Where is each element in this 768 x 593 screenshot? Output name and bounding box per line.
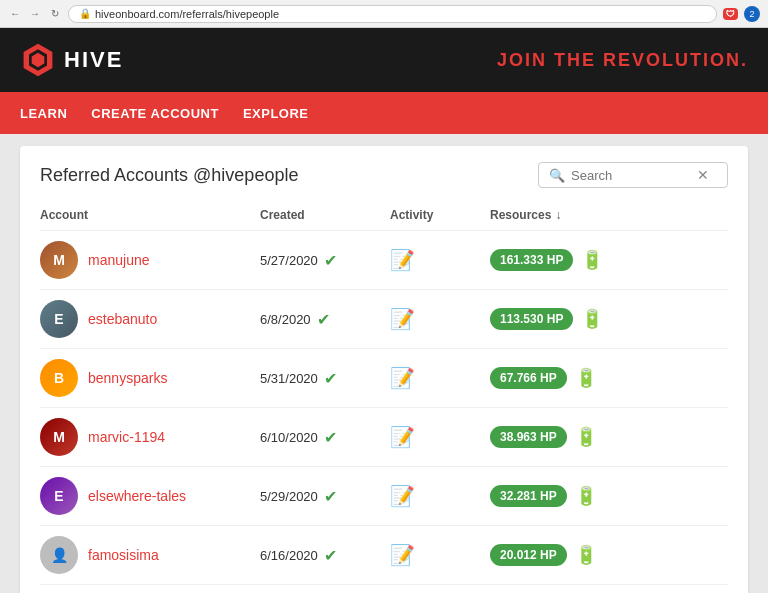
avatar: B xyxy=(40,359,78,397)
account-cell: M manujune xyxy=(40,241,260,279)
table-row: B bennysparks 5/31/2020 ✔ 📝 67.766 HP 🔋 xyxy=(40,349,728,408)
sort-icon: ↓ xyxy=(555,208,561,222)
resources-cell: 67.766 HP 🔋 xyxy=(490,367,728,389)
avatar: E xyxy=(40,300,78,338)
activity-cell: 📝 xyxy=(390,248,490,272)
notification-badge[interactable]: 2 xyxy=(744,6,760,22)
page-title: Referred Accounts @hivepeople xyxy=(40,165,298,186)
activity-cell: 📝 xyxy=(390,425,490,449)
created-cell: 6/16/2020 ✔ xyxy=(260,546,390,565)
page-header: Referred Accounts @hivepeople 🔍 ✕ xyxy=(40,162,728,188)
table-row: M marvic-1194 6/10/2020 ✔ 📝 38.963 HP 🔋 xyxy=(40,408,728,467)
created-date: 5/27/2020 xyxy=(260,253,318,268)
activity-cell: 📝 xyxy=(390,484,490,508)
account-name[interactable]: estebanuto xyxy=(88,311,157,327)
shield-icon[interactable]: 🛡 xyxy=(723,8,738,20)
tagline-suffix: . xyxy=(741,50,748,70)
created-cell: 5/31/2020 ✔ xyxy=(260,369,390,388)
account-cell: B bennysparks xyxy=(40,359,260,397)
account-cell: E estebanuto xyxy=(40,300,260,338)
hive-tagline: JOIN THE REVOLUTION. xyxy=(497,50,748,71)
created-date: 5/29/2020 xyxy=(260,489,318,504)
resources-cell: 38.963 HP 🔋 xyxy=(490,426,728,448)
table-row: E elsewhere-tales 5/29/2020 ✔ 📝 32.281 H… xyxy=(40,467,728,526)
activity-icon[interactable]: 📝 xyxy=(390,543,415,567)
avatar: 👤 xyxy=(40,536,78,574)
nav-create-account[interactable]: CREATE ACCOUNT xyxy=(91,102,219,125)
browser-nav-icons: ← → ↻ xyxy=(8,7,62,21)
account-name[interactable]: marvic-1194 xyxy=(88,429,165,445)
col-resources[interactable]: Resources ↓ xyxy=(490,208,728,222)
avatar: M xyxy=(40,241,78,279)
activity-cell: 📝 xyxy=(390,307,490,331)
account-name[interactable]: elsewhere-tales xyxy=(88,488,186,504)
battery-icon: 🔋 xyxy=(575,367,597,389)
created-date: 6/8/2020 xyxy=(260,312,311,327)
resources-cell: 161.333 HP 🔋 xyxy=(490,249,728,271)
url-text: hiveonboard.com/referrals/hivepeople xyxy=(95,8,279,20)
hive-logo-icon xyxy=(20,42,56,78)
battery-icon: 🔋 xyxy=(575,544,597,566)
hive-header: HIVE JOIN THE REVOLUTION. xyxy=(0,28,768,92)
refresh-icon[interactable]: ↻ xyxy=(48,7,62,21)
verified-icon: ✔ xyxy=(324,428,337,447)
activity-cell: 📝 xyxy=(390,366,490,390)
nav-learn[interactable]: LEARN xyxy=(20,102,67,125)
search-icon: 🔍 xyxy=(549,168,565,183)
activity-icon[interactable]: 📝 xyxy=(390,307,415,331)
col-activity: Activity xyxy=(390,208,490,222)
avatar: E xyxy=(40,477,78,515)
battery-icon: 🔋 xyxy=(575,426,597,448)
col-resources-label: Resources xyxy=(490,208,551,222)
hp-badge: 20.012 HP xyxy=(490,544,567,566)
hp-badge: 67.766 HP xyxy=(490,367,567,389)
forward-icon[interactable]: → xyxy=(28,7,42,21)
col-account: Account xyxy=(40,208,260,222)
created-date: 5/31/2020 xyxy=(260,371,318,386)
table-container: Account Created Activity Resources ↓ M m… xyxy=(40,200,728,585)
table-row: M manujune 5/27/2020 ✔ 📝 161.333 HP 🔋 xyxy=(40,231,728,290)
table-row: E estebanuto 6/8/2020 ✔ 📝 113.530 HP 🔋 xyxy=(40,290,728,349)
created-cell: 6/10/2020 ✔ xyxy=(260,428,390,447)
col-created: Created xyxy=(260,208,390,222)
account-cell: M marvic-1194 xyxy=(40,418,260,456)
address-bar[interactable]: 🔒 hiveonboard.com/referrals/hivepeople xyxy=(68,5,717,23)
verified-icon: ✔ xyxy=(324,487,337,506)
search-container: 🔍 ✕ xyxy=(538,162,728,188)
created-cell: 6/8/2020 ✔ xyxy=(260,310,390,329)
resources-cell: 113.530 HP 🔋 xyxy=(490,308,728,330)
tagline-prefix: JOIN THE xyxy=(497,50,603,70)
activity-icon[interactable]: 📝 xyxy=(390,484,415,508)
hp-badge: 161.333 HP xyxy=(490,249,573,271)
activity-cell: 📝 xyxy=(390,543,490,567)
hp-badge: 38.963 HP xyxy=(490,426,567,448)
verified-icon: ✔ xyxy=(317,310,330,329)
table-header: Account Created Activity Resources ↓ xyxy=(40,200,728,231)
table-row: 👤 famosisima 6/16/2020 ✔ 📝 20.012 HP 🔋 xyxy=(40,526,728,585)
avatar: M xyxy=(40,418,78,456)
activity-icon[interactable]: 📝 xyxy=(390,366,415,390)
verified-icon: ✔ xyxy=(324,251,337,270)
account-name[interactable]: bennysparks xyxy=(88,370,167,386)
logo-text: HIVE xyxy=(64,47,123,73)
resources-cell: 20.012 HP 🔋 xyxy=(490,544,728,566)
nav-explore[interactable]: EXPLORE xyxy=(243,102,309,125)
activity-icon[interactable]: 📝 xyxy=(390,425,415,449)
verified-icon: ✔ xyxy=(324,369,337,388)
hp-badge: 113.530 HP xyxy=(490,308,573,330)
browser-right-icons: 🛡 2 xyxy=(723,6,760,22)
browser-chrome: ← → ↻ 🔒 hiveonboard.com/referrals/hivepe… xyxy=(0,0,768,28)
back-icon[interactable]: ← xyxy=(8,7,22,21)
battery-icon: 🔋 xyxy=(581,308,603,330)
hive-logo[interactable]: HIVE xyxy=(20,42,123,78)
activity-icon[interactable]: 📝 xyxy=(390,248,415,272)
battery-icon: 🔋 xyxy=(575,485,597,507)
verified-icon: ✔ xyxy=(324,546,337,565)
account-name[interactable]: famosisima xyxy=(88,547,159,563)
created-date: 6/16/2020 xyxy=(260,548,318,563)
search-input[interactable] xyxy=(571,168,691,183)
account-name[interactable]: manujune xyxy=(88,252,150,268)
account-cell: E elsewhere-tales xyxy=(40,477,260,515)
battery-icon: 🔋 xyxy=(581,249,603,271)
search-clear-icon[interactable]: ✕ xyxy=(697,167,709,183)
